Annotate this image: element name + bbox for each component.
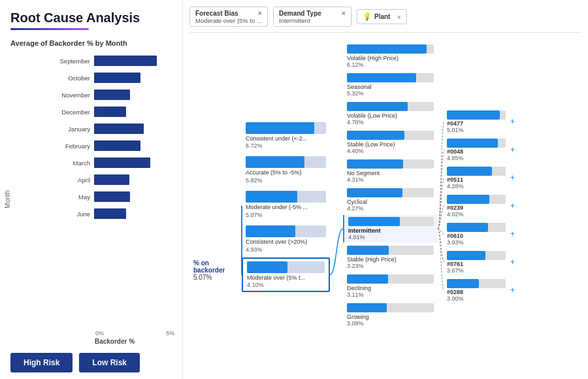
- plant-expand-icon[interactable]: +: [510, 201, 515, 210]
- forecast-node-value: 5.07%: [246, 212, 326, 218]
- plant-expand-icon[interactable]: +: [510, 173, 515, 182]
- demand-node[interactable]: Volatile (Low Price)4.70%: [343, 100, 438, 127]
- plant-expand-icon[interactable]: +: [510, 286, 515, 295]
- bar-track: [94, 90, 174, 100]
- plant-node[interactable]: #00484.85%+: [444, 137, 516, 163]
- forecast-bar-fill: [246, 225, 295, 237]
- treemap-area: % on backorder 5.07% Consistent under (<…: [189, 39, 581, 372]
- root-node: % on backorder 5.07%: [189, 39, 242, 372]
- forecast-node[interactable]: Consistent over (>20%)4.93%: [242, 223, 330, 255]
- forecast-node-label: Moderate under (-5% ...: [246, 204, 326, 212]
- demand-node[interactable]: No Segment4.31%: [343, 157, 438, 185]
- demand-node-value: 4.27%: [347, 205, 434, 212]
- demand-bar-bg: [347, 44, 434, 54]
- demand-node-label: Stable (High Price): [347, 256, 434, 263]
- plant-bar-bg: [447, 195, 506, 204]
- plant-node[interactable]: #04775.01%+: [444, 108, 516, 135]
- bar-track: [94, 107, 174, 117]
- bar-row: May: [50, 190, 174, 204]
- plant-node[interactable]: #07613.67%+: [444, 249, 516, 276]
- forecast-node[interactable]: Moderate under (-5% ...5.07%: [242, 188, 330, 221]
- demand-node[interactable]: Volatile (High Price)6.12%: [343, 42, 438, 70]
- demand-bar-bg: [347, 159, 434, 169]
- bar-track: [94, 140, 174, 151]
- plant-node[interactable]: #05114.28%+: [444, 165, 516, 191]
- plant-node-value: 5.01%: [447, 127, 506, 133]
- bar-fill: [94, 191, 130, 202]
- plant-bar-fill: [447, 223, 488, 232]
- plant-expand-icon[interactable]: +: [510, 117, 515, 126]
- demand-node[interactable]: Seasonal5.32%: [343, 71, 438, 99]
- plant-close-icon[interactable]: ×: [397, 13, 400, 21]
- bar-row: January: [50, 122, 174, 136]
- bar-row: September: [50, 54, 174, 68]
- plant-expand-icon[interactable]: +: [510, 257, 515, 267]
- demand-type-filter[interactable]: Demand Type × Intermittent: [273, 7, 351, 27]
- demand-node[interactable]: Intermittent4.01%: [343, 215, 438, 242]
- high-risk-button[interactable]: High Risk: [10, 353, 73, 372]
- forecast-node[interactable]: Accurate (5% to -5%)5.82%: [242, 154, 330, 186]
- plant-node-label: #0477: [447, 120, 506, 127]
- bar-fill: [94, 157, 150, 168]
- demand-node[interactable]: Growing3.08%: [343, 301, 438, 329]
- plant-node[interactable]: #02883.00%+: [444, 277, 516, 304]
- forecast-node-label: Consistent over (>20%): [246, 239, 326, 246]
- demand-bar-bg: [347, 246, 434, 255]
- lightbulb-icon: 💡: [363, 12, 372, 21]
- forecast-node[interactable]: Moderate over (5% t...4.10%: [242, 257, 330, 293]
- filter-bar: Forecast Bias × Moderate over (5% to ...…: [189, 7, 581, 33]
- bottom-buttons: High Risk Low Risk: [10, 353, 174, 372]
- plant-node-value: 3.67%: [447, 267, 506, 274]
- demand-bar-fill: [347, 131, 404, 140]
- bar-month-label: September: [50, 58, 90, 65]
- bar-row: December: [50, 105, 174, 119]
- forecast-node[interactable]: Consistent under (<-2...6.72%: [242, 120, 330, 152]
- forecast-node-label: Accurate (5% to -5%): [246, 169, 326, 177]
- plant-bar-fill: [447, 167, 492, 176]
- plant-node-value: 3.93%: [447, 239, 506, 246]
- demand-bar-fill: [347, 159, 403, 169]
- forecast-bias-filter[interactable]: Forecast Bias × Moderate over (5% to ...: [189, 7, 268, 27]
- forecast-bias-column: Consistent under (<-2...6.72%Accurate (5…: [242, 39, 330, 372]
- demand-node-label: Cyclical: [347, 199, 434, 205]
- bar-row: March: [50, 156, 174, 170]
- plant-node[interactable]: #02394.02%+: [444, 193, 516, 220]
- plant-node-label: #0288: [447, 289, 506, 295]
- demand-node[interactable]: Cyclical4.27%: [343, 186, 438, 214]
- demand-bar-bg: [347, 131, 434, 140]
- plant-bar-bg: [447, 167, 506, 176]
- plant-column: #04775.01%+#00484.85%+#05114.28%+#02394.…: [444, 39, 516, 372]
- bar-row: October: [50, 71, 174, 85]
- bar-month-label: November: [50, 91, 90, 99]
- forecast-bias-close-icon[interactable]: ×: [258, 9, 262, 17]
- demand-type-column: Volatile (High Price)6.12%Seasonal5.32%V…: [343, 39, 438, 372]
- bar-track: [94, 124, 174, 134]
- demand-bar-fill: [348, 217, 400, 226]
- bar-month-label: February: [50, 142, 90, 150]
- forecast-node-value: 6.72%: [246, 142, 326, 149]
- plant-expand-icon[interactable]: +: [510, 229, 515, 239]
- demand-node[interactable]: Stable (Low Price)4.40%: [343, 129, 438, 156]
- plant-node[interactable]: #06103.93%+: [444, 221, 516, 248]
- bar-track: [94, 157, 174, 168]
- forecast-node-value: 4.93%: [246, 246, 326, 253]
- demand-type-label: Demand Type: [279, 10, 321, 17]
- bar-row: February: [50, 139, 174, 153]
- demand-bar-bg: [348, 217, 434, 226]
- bar-chart: Month SeptemberOctoberNovemberDecemberJa…: [10, 54, 174, 345]
- demand-node[interactable]: Stable (High Price)3.23%: [343, 244, 438, 271]
- demand-bar-fill: [347, 102, 408, 111]
- plant-expand-icon[interactable]: +: [510, 145, 515, 154]
- low-risk-button[interactable]: Low Risk: [79, 353, 140, 372]
- demand-type-close-icon[interactable]: ×: [342, 9, 346, 17]
- plant-bar-bg: [447, 223, 506, 232]
- bar-fill: [94, 208, 126, 219]
- bar-fill: [94, 124, 144, 134]
- demand-node-value: 4.70%: [347, 119, 434, 125]
- chart-subtitle: Average of Backorder % by Month: [10, 39, 174, 47]
- plant-filter[interactable]: 💡 Plant ×: [357, 9, 407, 24]
- x-axis: 0%5%: [95, 330, 174, 337]
- demand-node[interactable]: Declining3.11%: [343, 272, 438, 300]
- forecast-bias-label: Forecast Bias: [195, 10, 238, 17]
- plant-node-value: 4.02%: [447, 211, 506, 218]
